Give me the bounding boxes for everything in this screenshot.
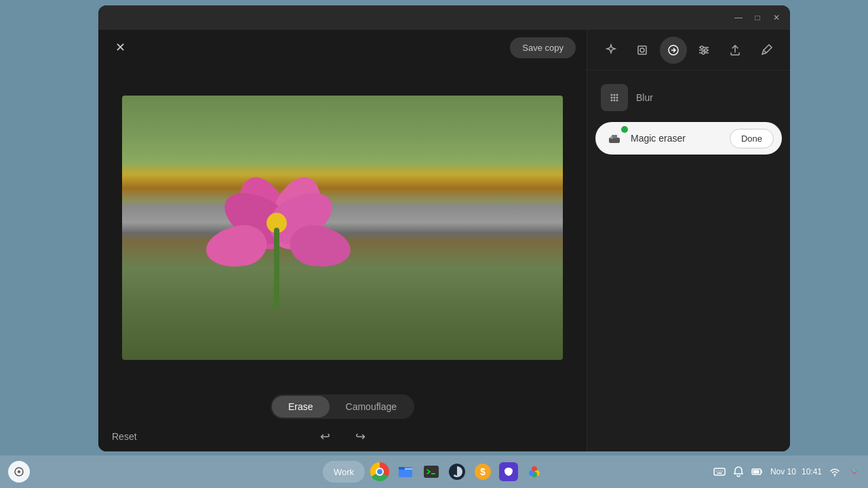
- close-editor-button[interactable]: ✕: [109, 37, 131, 58]
- erase-tab[interactable]: Erase: [272, 396, 330, 418]
- taskbar-center: Work: [323, 461, 545, 483]
- redo-button[interactable]: ↪: [349, 426, 371, 447]
- svg-point-11: [616, 94, 618, 96]
- svg-point-43: [834, 475, 835, 476]
- taskbar: Work: [0, 455, 868, 488]
- svg-point-8: [702, 52, 705, 54]
- erase-camouflage-tabs: Erase Camouflage: [271, 394, 414, 419]
- panel-toolbar: [587, 30, 790, 70]
- editor-bottom: Erase Camouflage Reset ↩ ↪: [98, 390, 587, 451]
- svg-point-12: [611, 97, 613, 99]
- taskbar-datetime: Nov 10 10:41: [770, 467, 822, 476]
- svg-text:$: $: [480, 466, 486, 477]
- panel-content: Blur Magic eraser Done: [587, 70, 790, 451]
- svg-point-1: [640, 48, 644, 52]
- svg-point-15: [611, 100, 613, 102]
- taskbar-left: [8, 461, 30, 483]
- adjust-tool-button[interactable]: [660, 37, 687, 64]
- svg-point-34: [529, 470, 534, 476]
- minimize-button[interactable]: —: [730, 9, 747, 26]
- svg-point-7: [705, 49, 707, 52]
- taskbar-reward-icon[interactable]: $: [472, 461, 494, 483]
- maximize-button[interactable]: □: [749, 9, 766, 26]
- editor-actions: Reset ↩ ↪: [98, 426, 587, 447]
- svg-rect-35: [714, 468, 725, 475]
- flower-graphic: [209, 160, 344, 329]
- svg-point-14: [616, 97, 618, 99]
- launcher-button[interactable]: [8, 461, 30, 483]
- crop-tool-button[interactable]: [629, 37, 656, 64]
- svg-point-22: [18, 470, 20, 473]
- right-panel: Blur Magic eraser Done: [587, 30, 790, 451]
- magic-tool-button[interactable]: [597, 37, 625, 64]
- taskbar-terminal-icon[interactable]: [420, 461, 442, 483]
- blur-item[interactable]: Blur: [595, 79, 782, 117]
- svg-point-9: [611, 94, 613, 96]
- export-tool-button[interactable]: [722, 37, 749, 64]
- image-container: [98, 65, 587, 390]
- taskbar-photos-icon[interactable]: [524, 461, 545, 483]
- undo-button[interactable]: ↩: [314, 426, 336, 447]
- battery-icon: [751, 466, 764, 478]
- filters-tool-button[interactable]: [690, 37, 717, 64]
- editor-area: ✕ Save copy: [98, 30, 587, 451]
- flower-stem: [274, 228, 279, 309]
- taskbar-files-icon[interactable]: [395, 461, 416, 483]
- taskbar-chrome-icon[interactable]: [369, 461, 391, 483]
- done-button[interactable]: Done: [730, 129, 774, 148]
- reset-button[interactable]: Reset: [112, 431, 137, 442]
- svg-rect-24: [399, 467, 405, 470]
- svg-rect-0: [638, 46, 646, 54]
- svg-point-17: [616, 100, 618, 102]
- magic-eraser-label: Magic eraser: [625, 133, 730, 144]
- photo-display: [122, 96, 563, 360]
- svg-point-20: [610, 136, 613, 139]
- magic-eraser-active-dot: [621, 126, 628, 133]
- editor-toolbar: ✕ Save copy: [98, 30, 587, 65]
- settings-icon[interactable]: [848, 466, 860, 478]
- save-copy-button[interactable]: Save copy: [510, 37, 576, 58]
- taskbar-mastodon-icon[interactable]: [498, 461, 519, 483]
- window-titlebar: — □ ✕: [98, 5, 790, 30]
- markup-tool-button[interactable]: [753, 37, 780, 64]
- svg-point-13: [614, 97, 616, 99]
- window-close-button[interactable]: ✕: [768, 9, 785, 26]
- svg-point-16: [614, 100, 616, 102]
- notification-icon[interactable]: [732, 466, 745, 478]
- blur-icon: [601, 84, 628, 111]
- taskbar-right: Nov 10 10:41: [713, 466, 860, 478]
- svg-point-10: [614, 94, 616, 96]
- camouflage-tab[interactable]: Camouflage: [330, 396, 414, 418]
- svg-point-6: [701, 46, 703, 49]
- magic-eraser-card: Magic eraser Done: [595, 122, 782, 155]
- window-content: ✕ Save copy: [98, 30, 790, 451]
- keyboard-icon[interactable]: [713, 466, 726, 478]
- taskbar-steam-icon[interactable]: [446, 461, 468, 483]
- blur-label: Blur: [636, 92, 653, 103]
- taskbar-search[interactable]: Work: [323, 461, 365, 483]
- svg-rect-42: [753, 470, 759, 474]
- photo-editor-window: — □ ✕ ✕ Save copy: [98, 5, 790, 451]
- svg-rect-25: [424, 466, 439, 478]
- wifi-icon: [829, 466, 841, 478]
